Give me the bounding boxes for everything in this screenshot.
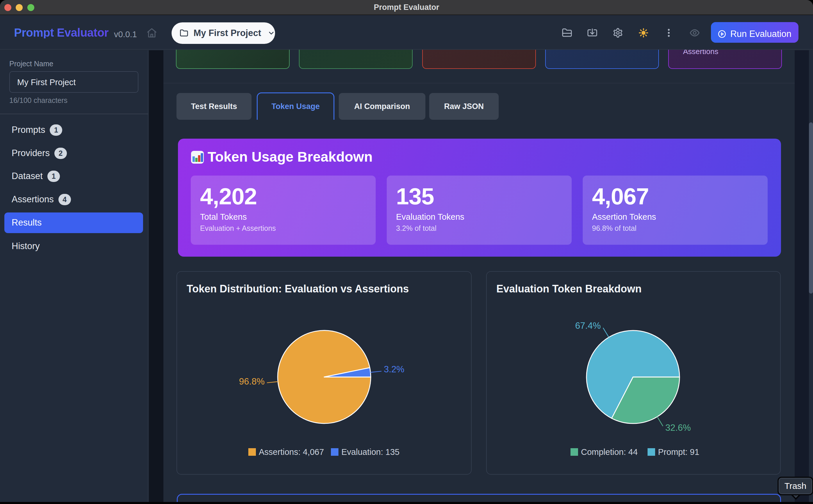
svg-text:67.4%: 67.4% xyxy=(575,321,601,331)
svg-text:96.8%: 96.8% xyxy=(239,376,264,387)
svg-text:3.2%: 3.2% xyxy=(384,364,404,374)
svg-text:Completion: 44: Completion: 44 xyxy=(581,447,638,457)
svg-text:32.6%: 32.6% xyxy=(665,423,691,433)
svg-text:Assertions: 4,067: Assertions: 4,067 xyxy=(259,447,324,457)
svg-text:Prompt: 91: Prompt: 91 xyxy=(658,447,699,457)
svg-text:Evaluation: 135: Evaluation: 135 xyxy=(341,447,399,457)
